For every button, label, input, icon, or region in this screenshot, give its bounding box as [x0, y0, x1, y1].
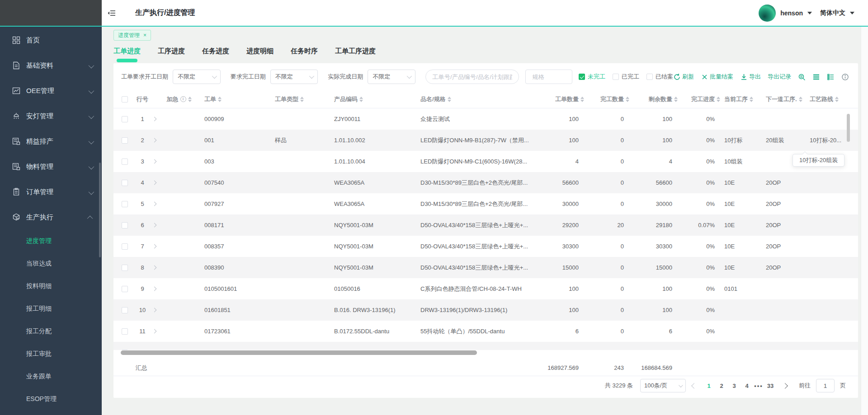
sidebar-subitem-ESOP管理[interactable]: ESOP管理 [0, 388, 102, 410]
expand-row-icon[interactable] [152, 266, 156, 270]
sidebar-subitem-报工审批[interactable]: 报工审批 [0, 343, 102, 365]
sidebar-subitem-报工明细[interactable]: 报工明细 [0, 298, 102, 320]
row-checkbox[interactable] [122, 265, 128, 271]
expand-row-icon[interactable] [152, 117, 156, 121]
expand-row-icon[interactable] [152, 308, 156, 312]
page-number-4[interactable]: 4 [741, 382, 753, 389]
column-header-完工数量[interactable]: 完工数量 [584, 90, 629, 108]
avatar[interactable] [759, 5, 776, 22]
table-vertical-scrollbar[interactable] [847, 114, 850, 142]
sort-carets-icon[interactable] [359, 97, 363, 102]
finish-date-select[interactable]: 不限定 [270, 70, 318, 84]
expand-row-icon[interactable] [152, 244, 156, 249]
table-row[interactable]: 4007540WEA3065AD30-M15/30*89三层白色+2色亮光/尾部… [113, 172, 858, 193]
column-header-下一道工序.[interactable]: 下一道工序. [765, 90, 809, 108]
sidebar-item-精益排产[interactable]: 精益排产 [0, 129, 102, 154]
column-header-工艺路线[interactable]: 工艺路线 [809, 90, 852, 108]
sidebar-subitem-业务跟单[interactable]: 业务跟单 [0, 365, 102, 388]
sort-carets-icon[interactable] [674, 97, 678, 102]
language-caret-icon[interactable] [850, 12, 854, 14]
next-page-button[interactable] [782, 383, 788, 389]
column-header-品名/规格[interactable]: 品名/规格 [416, 90, 529, 108]
info-icon[interactable] [841, 73, 849, 81]
sidebar-item-首页[interactable]: 首页 [0, 28, 102, 53]
language-selector[interactable]: 简体中文 [820, 9, 845, 17]
table-row[interactable]: 1001601851B.016. DRW3-13196(1)DRW3-13196… [113, 299, 858, 321]
row-checkbox[interactable] [122, 180, 128, 186]
column-header-工单数量[interactable]: 工单数量 [529, 90, 584, 108]
expand-row-icon[interactable] [152, 138, 156, 143]
table-horizontal-scrollbar[interactable] [121, 350, 477, 355]
sidebar-subitem-进度管理[interactable]: 进度管理 [0, 230, 102, 252]
column-header-完工进度[interactable]: 完工进度 [678, 90, 720, 108]
row-checkbox[interactable] [122, 307, 128, 313]
expand-row-icon[interactable] [152, 329, 156, 334]
tab-工序进度[interactable]: 工序进度 [158, 47, 185, 63]
table-row[interactable]: 5007927WEA3065AD30-M15/30*89三层白色+2色亮光/尾部… [113, 193, 858, 214]
sort-carets-icon[interactable] [218, 97, 222, 102]
page-scrollbar[interactable] [861, 27, 868, 415]
status-checkbox-未完工[interactable]: 未完工 [579, 73, 605, 81]
tab-进度明细[interactable]: 进度明细 [246, 47, 274, 63]
tab-任务时序[interactable]: 任务时序 [291, 47, 318, 63]
sort-carets-icon[interactable] [750, 97, 753, 102]
column-header-加急[interactable]: 加急i [159, 90, 199, 108]
tab-任务进度[interactable]: 任务进度 [202, 47, 229, 63]
sort-carets-icon[interactable] [835, 97, 839, 102]
export-button[interactable]: 导出 [740, 73, 761, 81]
expand-row-icon[interactable] [152, 287, 156, 291]
column-settings-icon[interactable] [827, 73, 835, 81]
column-header-工单类型[interactable]: 工单类型 [267, 90, 326, 108]
sidebar-subitem-报工分配[interactable]: 报工分配 [0, 320, 102, 343]
table-row[interactable]: 2001样品1.01.10.002LED防爆灯ONN-M9-B1(287)-7W… [113, 130, 858, 151]
sidebar-item-安灯管理[interactable]: 安灯管理 [0, 103, 102, 129]
sidebar-item-生产执行[interactable]: 生产执行 [0, 205, 102, 230]
tab-工单工序进度[interactable]: 工单工序进度 [335, 47, 376, 63]
density-menu-icon[interactable] [812, 73, 820, 81]
sort-carets-icon[interactable] [799, 97, 802, 102]
batch-close-button[interactable]: 批量结案 [701, 73, 733, 81]
sidebar-subitem-投料明细[interactable]: 投料明细 [0, 275, 102, 298]
status-checkbox-已完工[interactable]: 已完工 [613, 73, 639, 81]
row-checkbox[interactable] [122, 350, 128, 350]
row-checkbox[interactable] [122, 159, 128, 165]
sidebar-item-OEE管理[interactable]: OEE管理 [0, 78, 102, 103]
table-row[interactable]: 1000909ZJY00011众捷云测试10001000% [113, 108, 858, 130]
select-all-checkbox[interactable] [122, 96, 128, 103]
more-pages-icon[interactable]: ••• [753, 382, 764, 389]
spec-search-input[interactable] [525, 70, 572, 84]
table-row[interactable]: 6008171NQY5001-03MD50-OVAL43/40*158三层绿色+… [113, 214, 858, 236]
page-number-3[interactable]: 3 [728, 382, 741, 389]
column-header-当前工序[interactable]: 当前工序 [720, 90, 765, 108]
row-checkbox[interactable] [122, 116, 128, 122]
table-row[interactable]: 8008390NQY5001-03MD50-OVAL43/40*158三层绿色+… [113, 257, 858, 278]
sort-carets-icon[interactable] [580, 97, 584, 102]
row-checkbox[interactable] [122, 137, 128, 144]
prev-page-button[interactable] [691, 383, 697, 389]
sort-carets-icon[interactable] [188, 97, 192, 102]
sort-carets-icon[interactable] [626, 97, 629, 102]
collapse-sidebar-icon[interactable] [107, 9, 116, 18]
row-checkbox[interactable] [122, 286, 128, 292]
goto-page-input[interactable] [816, 379, 835, 392]
sort-carets-icon[interactable] [448, 97, 451, 102]
row-checkbox[interactable] [122, 222, 128, 228]
actual-date-select[interactable]: 不限定 [368, 70, 415, 84]
page-number-1[interactable]: 1 [703, 382, 715, 389]
status-checkbox-已结案[interactable]: 已结案 [646, 73, 673, 81]
breadcrumb-tag[interactable]: 进度管理 × [113, 30, 151, 41]
table-row[interactable]: 1101723061B.0172.55DDL-dantu55抖动轮（单凸）/55… [113, 321, 858, 342]
page-number-33[interactable]: 33 [764, 382, 777, 389]
username[interactable]: henson [780, 9, 803, 17]
sidebar-item-基础资料[interactable]: 基础资料 [0, 53, 102, 78]
export-log-button[interactable]: 导出记录 [768, 73, 791, 81]
table-row[interactable]: 9010500160101050016C系列白色静态混合管/CH-08-24-T… [113, 278, 858, 299]
page-size-select[interactable]: 100条/页 [640, 379, 686, 392]
refresh-button[interactable]: 刷新 [673, 73, 694, 81]
expand-row-icon[interactable] [152, 223, 156, 228]
close-tag-icon[interactable]: × [143, 32, 146, 38]
sort-carets-icon[interactable] [717, 97, 720, 102]
expand-row-icon[interactable] [152, 181, 156, 185]
sort-carets-icon[interactable] [300, 97, 304, 102]
column-header-工单[interactable]: 工单 [199, 90, 267, 108]
